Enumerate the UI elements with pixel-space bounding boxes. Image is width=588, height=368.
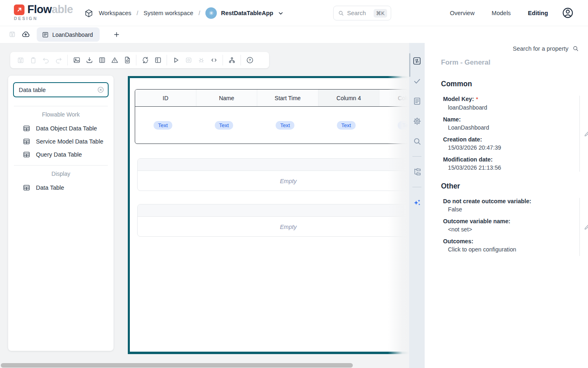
breadcrumb: Workspaces / System workspace / ✳ RestDa… [84,0,284,26]
nav-overview[interactable]: Overview [450,10,474,16]
redo-icon [52,54,65,66]
form-canvas[interactable]: ID Name Start Time Column 4 Column 5 Tex… [128,76,409,354]
image-icon[interactable] [70,54,83,66]
field-outcome-variable-name: Outcome variable name: <not set> [443,217,580,233]
column-header[interactable]: Name [196,90,258,106]
palette-group-title: Flowable Work [8,106,114,122]
edit-pencil-icon[interactable] [584,130,588,137]
property-search[interactable]: Search for a property [513,45,579,52]
palette-item-label: Query Data Table [36,151,82,158]
panel-empty-label: Empty [138,217,409,237]
form-doc-icon [42,31,49,38]
search-icon [338,10,344,16]
validation-warnings-icon[interactable] [108,54,121,66]
workspace-cube-icon [84,9,94,18]
new-tab-button[interactable] [111,29,122,40]
tab-loandashboard[interactable]: LoanDashboard [37,27,100,42]
user-profile-button[interactable] [561,7,574,19]
palette-item-data-object-data-table[interactable]: Data Object Data Table [8,122,114,135]
search-properties-icon[interactable] [411,135,423,147]
panel-header-strip [138,204,409,217]
data-table-icon [22,124,31,132]
field-model-key: Model Key:* loanDashboard [443,95,580,112]
app-switcher[interactable]: ✳ RestDataTableApp [205,7,284,19]
field-creation-date: Creation date: 15/03/2026 20:47:39 [443,135,580,152]
palette-item-service-model-data-table[interactable]: Service Model Data Table [8,135,114,148]
horizontal-scrollbar[interactable] [1,363,353,368]
data-table-icon [22,137,31,146]
nav-editing[interactable]: Editing [528,10,548,16]
column-header[interactable]: Column 5 [379,90,409,106]
columns-icon[interactable] [96,54,108,66]
global-search[interactable]: ⌘K [333,6,391,20]
play-icon[interactable] [169,54,182,66]
save-model-button [7,29,18,40]
import-icon[interactable] [83,54,96,66]
validation-check-icon[interactable] [411,75,423,87]
hierarchy-icon[interactable] [225,54,238,66]
documentation-icon[interactable] [411,95,423,107]
text-type-chip: Text [337,121,356,130]
palette-item-data-table[interactable]: Data Table [8,181,114,194]
field-outcomes: Outcomes: Click to open configuration [443,237,580,254]
rail-separator [412,187,421,187]
text-type-chip: Text [276,121,294,130]
palette-item-query-data-table[interactable]: Query Data Table [8,148,114,161]
field-value: 15/03/2026 21:13:56 [443,164,580,172]
palette-search-input[interactable] [19,87,97,93]
data-table-header-row: ID Name Start Time Column 4 Column 5 [135,90,409,107]
empty-form-panel[interactable]: Empty [137,158,409,191]
split-view-icon[interactable] [151,54,164,66]
component-palette: Flowable Work Data Object Data Table Ser… [8,76,114,351]
brand-name: Flowable [27,4,73,15]
data-table-icon [22,184,31,192]
nav-models[interactable]: Models [492,10,511,16]
property-search-label: Search for a property [513,45,568,52]
code-icon[interactable] [207,54,220,66]
debug-icon [195,54,207,66]
column-header[interactable]: Column 4 [318,90,380,106]
tab-label: LoanDashboard [52,31,93,38]
search-icon [572,45,579,52]
empty-form-panel[interactable]: Empty [137,204,409,237]
field-value-link[interactable]: Click to open configuration [443,245,580,254]
form-properties-icon[interactable] [411,55,423,67]
breadcrumb-workspaces[interactable]: Workspaces [99,10,131,16]
field-modification-date: Modification date: 15/03/2026 21:13:56 [443,155,580,172]
palette-item-label: Data Table [36,184,64,191]
panel-header-strip [138,159,409,171]
global-search-input[interactable] [347,10,371,16]
undo-icon [40,54,52,66]
toolbar-separator [241,55,241,65]
search-shortcut-badge: ⌘K [374,9,387,18]
palette-search[interactable] [13,82,109,97]
ai-sparkles-icon[interactable] [411,197,423,208]
clear-search-icon[interactable] [97,86,105,94]
flows-icon[interactable] [139,54,151,66]
common-field-group: Model Key:* loanDashboard Name: LoanDash… [443,95,580,173]
save-icon [14,54,27,66]
palette-group-title: Display [8,166,114,181]
other-field-group: Do not create outcome variable: False Ou… [443,197,580,257]
app-avatar: ✳ [205,7,217,19]
data-table-widget[interactable]: ID Name Start Time Column 4 Column 5 Tex… [135,89,409,144]
document-check-icon[interactable] [121,54,134,66]
model-tree-icon[interactable] [411,166,423,177]
column-header[interactable]: Start Time [257,90,318,106]
app-name: RestDataTableApp [221,10,273,16]
edit-pencil-icon[interactable] [584,223,588,231]
breadcrumb-system-workspace[interactable]: System workspace [144,10,194,16]
group-divider [579,96,580,172]
data-table-preview-row: Text Text Text Text Text [135,107,409,144]
settings-gear-icon[interactable] [411,115,423,127]
breadcrumb-separator-2: / [198,10,200,16]
flowable-logo: Flowable DESIGN [14,4,73,21]
panel-empty-label: Empty [138,171,409,191]
publish-cloud-button[interactable] [20,29,31,40]
help-icon[interactable]: ? [243,54,256,66]
paste-icon [27,54,40,66]
top-header: Flowable DESIGN Workspaces / System work… [0,0,588,26]
palette-item-label: Data Object Data Table [36,125,97,132]
column-header[interactable]: ID [135,90,196,106]
text-type-chip: Text [215,121,234,130]
